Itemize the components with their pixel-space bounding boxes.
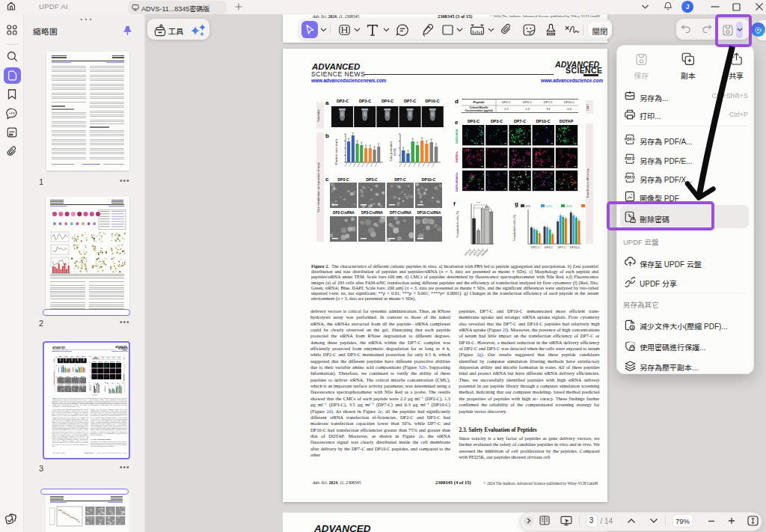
svg-text:2.2: 2.2 <box>504 107 509 111</box>
svg-text:DP2-C: DP2-C <box>101 356 103 357</box>
svg-text:DP3-C: DP3-C <box>107 356 109 357</box>
svg-text:PDF/A: PDF/A <box>625 138 635 141</box>
svg-text:DP10-C: DP10-C <box>564 100 574 104</box>
svg-text:Peptide: Peptide <box>473 100 485 104</box>
svg-text:****: **** <box>95 382 96 382</box>
svg-text:PDF/E: PDF/E <box>625 157 635 161</box>
svg-text:DP10-C: DP10-C <box>119 393 122 394</box>
svg-text:DP7-C: DP7-C <box>112 356 114 357</box>
svg-text:DP10-C: DP10-C <box>570 246 580 249</box>
svg-text:1.3: 1.3 <box>525 107 530 111</box>
svg-text:2.2: 2.2 <box>102 358 103 358</box>
svg-text:3.5: 3.5 <box>546 107 551 111</box>
svg-text:DP3-C: DP3-C <box>523 100 532 104</box>
svg-text:DP2-C: DP2-C <box>531 246 540 249</box>
svg-text:1.3: 1.3 <box>108 358 109 358</box>
svg-text:****: **** <box>477 202 481 205</box>
svg-text:3.5: 3.5 <box>113 358 114 358</box>
svg-text:DP7-C: DP7-C <box>116 393 118 394</box>
svg-text:DP2-C: DP2-C <box>502 100 511 104</box>
svg-text:0.3: 0.3 <box>567 107 572 111</box>
svg-text:Peptide: Peptide <box>94 355 96 357</box>
svg-text:DP2-C: DP2-C <box>109 393 111 394</box>
svg-text:DP10-C: DP10-C <box>117 356 120 357</box>
svg-text:PDF/X: PDF/X <box>625 176 635 180</box>
svg-text:DP3-C: DP3-C <box>545 246 554 249</box>
svg-text:Concentration (µg/ml): Concentration (µg/ml) <box>465 109 493 112</box>
svg-text:DP7-C: DP7-C <box>557 246 566 249</box>
svg-text:DP7-C: DP7-C <box>544 100 553 104</box>
svg-text:DP3-C: DP3-C <box>112 393 114 394</box>
svg-text:0.3: 0.3 <box>118 358 120 358</box>
